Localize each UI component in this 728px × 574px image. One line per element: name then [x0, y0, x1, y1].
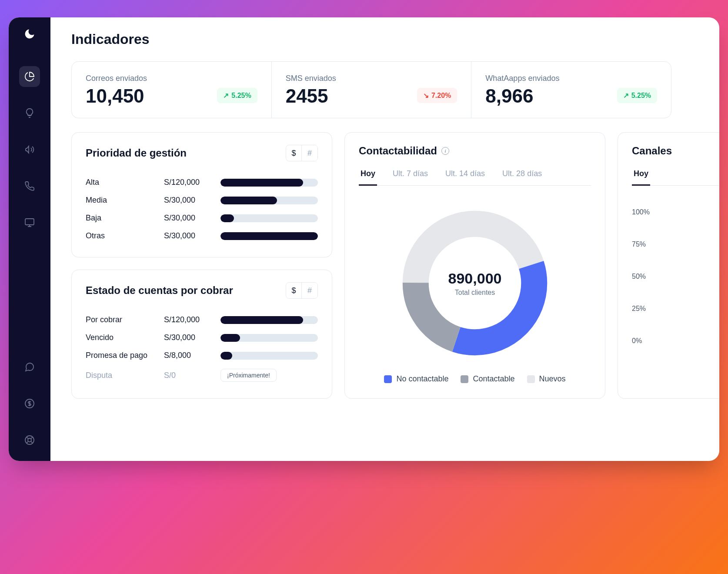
donut-chart: 890,000 Total clientes No contactable Co… [359, 196, 591, 384]
kpi-label: WhatAapps enviados [485, 74, 559, 83]
kpi-delta: ↗ 5.25% [617, 88, 657, 103]
channels-axis: 100% 75% 50% 25% 0% [632, 196, 719, 357]
legend-item: Nuevos [527, 374, 566, 384]
bar-row: Por cobrar S/120,000 [86, 311, 318, 329]
axis-label: 25% [632, 293, 719, 325]
kpi-whatsapp: WhatAapps enviados 8,966 ↗ 5.25% [471, 62, 671, 118]
kpi-delta: ↗ 5.25% [217, 88, 257, 103]
sidebar-item-help[interactable] [19, 430, 40, 451]
sidebar [9, 17, 50, 461]
info-icon[interactable]: i [441, 147, 449, 155]
legend-swatch [384, 375, 392, 383]
toggle-currency[interactable]: $ [286, 283, 302, 298]
card-title: Prioridad de gestión [86, 147, 187, 159]
kpi-row: Correos enviados 10,450 ↗ 5.25% SMS envi… [71, 61, 671, 118]
sidebar-item-campaigns[interactable] [19, 139, 40, 160]
bar-row: Media S/30,000 [86, 191, 318, 209]
megaphone-icon [24, 144, 35, 155]
tab-hoy[interactable]: Hoy [359, 169, 377, 186]
arrow-down-right-icon: ↘ [423, 91, 429, 100]
coming-soon-badge: ¡Próximamente! [220, 369, 277, 382]
app-window: Indicadores Correos enviados 10,450 ↗ 5.… [9, 17, 719, 461]
priority-card: Prioridad de gestión $ # Alta S/120,000 … [71, 132, 332, 257]
toggle-group: $ # [286, 145, 318, 161]
legend-swatch [527, 375, 535, 383]
toggle-count[interactable]: # [302, 145, 317, 161]
bar-row: Baja S/30,000 [86, 209, 318, 227]
sidebar-item-ideas[interactable] [19, 103, 40, 123]
axis-label: 75% [632, 228, 719, 260]
bar-row: Alta S/120,000 [86, 174, 318, 191]
donut-center: 890,000 Total clientes [448, 270, 502, 297]
legend-item: No contactable [384, 374, 448, 384]
kpi-delta: ↘ 7.20% [417, 88, 457, 103]
page-title: Indicadores [71, 31, 719, 47]
kpi-value: 10,450 [86, 87, 147, 106]
kpi-sms: SMS enviados 2455 ↘ 7.20% [272, 62, 472, 118]
tab-14days[interactable]: Ult. 14 días [444, 169, 487, 186]
axis-label: 0% [632, 325, 719, 357]
card-title: Contactabilidad i [359, 145, 449, 157]
toggle-group: $ # [286, 282, 318, 299]
arrow-up-right-icon: ↗ [223, 91, 229, 100]
monitor-icon [24, 217, 35, 228]
arrow-up-right-icon: ↗ [623, 91, 629, 100]
channels-card: Canales Hoy 100% 75% 50% 25% 0% [618, 132, 719, 399]
bar-row: Otras S/30,000 [86, 227, 318, 245]
donut-total-value: 890,000 [448, 270, 502, 287]
card-title: Canales [632, 145, 672, 157]
kpi-emails: Correos enviados 10,450 ↗ 5.25% [72, 62, 272, 118]
kpi-value: 2455 [286, 87, 336, 106]
svg-rect-0 [25, 219, 34, 225]
sidebar-nav-bottom [19, 357, 40, 451]
donut-legend: No contactable Contactable Nuevos [384, 374, 565, 384]
logo-moon-icon [23, 28, 36, 40]
bar-row: Promesa de pago S/8,000 [86, 347, 318, 364]
chat-icon [24, 362, 35, 372]
toggle-count[interactable]: # [302, 283, 317, 298]
left-column: Prioridad de gestión $ # Alta S/120,000 … [71, 132, 332, 399]
svg-point-3 [28, 438, 31, 442]
tab-7days[interactable]: Ult. 7 días [391, 169, 430, 186]
content-row: Prioridad de gestión $ # Alta S/120,000 … [71, 132, 719, 399]
sidebar-item-dashboard[interactable] [19, 66, 40, 87]
accounts-card: Estado de cuentas por cobrar $ # Por cob… [71, 270, 332, 399]
kpi-label: SMS enviados [286, 74, 336, 83]
legend-item: Contactable [461, 374, 514, 384]
card-title: Estado de cuentas por cobrar [86, 284, 233, 297]
bar-row: Vencido S/30,000 [86, 329, 318, 347]
sidebar-item-desktop[interactable] [19, 212, 40, 233]
channels-tabs: Hoy [632, 169, 719, 186]
legend-swatch [461, 375, 468, 383]
phone-icon [24, 181, 35, 191]
tab-28days[interactable]: Ult. 28 días [501, 169, 544, 186]
sidebar-item-billing[interactable] [19, 393, 40, 414]
life-buoy-icon [24, 435, 35, 445]
axis-label: 100% [632, 196, 719, 228]
tab-hoy[interactable]: Hoy [632, 169, 650, 186]
kpi-label: Correos enviados [86, 74, 147, 83]
main-content: Indicadores Correos enviados 10,450 ↗ 5.… [50, 17, 719, 461]
sidebar-nav-top [19, 66, 40, 357]
bar-row: Disputa S/0 ¡Próximamente! [86, 364, 318, 386]
sidebar-item-chat[interactable] [19, 357, 40, 377]
pie-chart-icon [24, 71, 35, 82]
axis-label: 50% [632, 260, 719, 293]
kpi-value: 8,966 [485, 87, 559, 106]
lightbulb-icon [24, 108, 35, 118]
dollar-circle-icon [24, 398, 35, 409]
toggle-currency[interactable]: $ [286, 145, 302, 161]
sidebar-item-calls[interactable] [19, 176, 40, 197]
contactability-card: Contactabilidad i Hoy Ult. 7 días Ult. 1… [344, 132, 605, 399]
donut-total-label: Total clientes [448, 289, 502, 297]
contactability-tabs: Hoy Ult. 7 días Ult. 14 días Ult. 28 día… [359, 169, 591, 186]
